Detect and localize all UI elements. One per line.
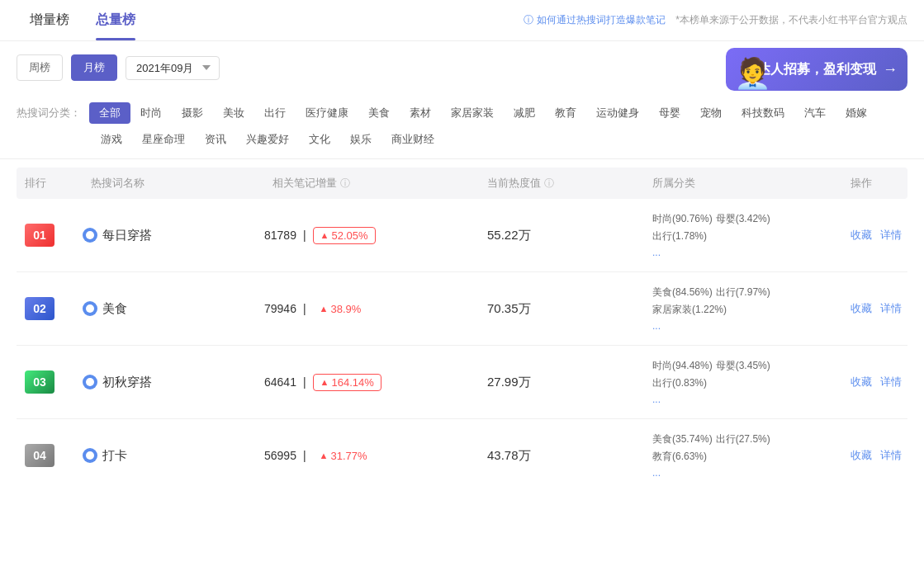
cat-diet[interactable]: 减肥 xyxy=(504,102,545,124)
banner-figure: 🧑‍💼 xyxy=(734,56,771,91)
top-nav: 增量榜 总量榜 ⓘ 如何通过热搜词打造爆款笔记 *本榜单来源于公开数据，不代表小… xyxy=(0,0,924,41)
cat-pet[interactable]: 宠物 xyxy=(690,102,732,124)
collect-btn-4[interactable]: 收藏 xyxy=(851,448,872,463)
cat-edu[interactable]: 教育 xyxy=(545,102,586,124)
rank-cell-3: 03 xyxy=(17,370,83,394)
detail-btn-3[interactable]: 详情 xyxy=(880,375,902,389)
heat-cell-3: 27.99万 xyxy=(479,375,644,390)
cat-health[interactable]: 医疗健康 xyxy=(296,102,358,124)
rank-cell-1: 01 xyxy=(17,224,83,247)
detail-btn-1[interactable]: 详情 xyxy=(880,228,902,243)
col-heat: 当前热度值 ⓘ xyxy=(479,176,644,191)
cat-tag: 母婴(3.45%) xyxy=(716,359,770,373)
cat-tag: 母婴(3.42%) xyxy=(716,212,770,226)
keyword-icon-4 xyxy=(83,448,97,463)
growth-info-icon: ⓘ xyxy=(340,177,350,191)
cat-material[interactable]: 素材 xyxy=(400,102,441,124)
cat-culture[interactable]: 文化 xyxy=(299,129,340,150)
keyword-cell-3: 初秋穿搭 xyxy=(83,375,264,390)
cat-tag: 出行(7.97%) xyxy=(716,286,770,300)
keyword-text-4[interactable]: 打卡 xyxy=(102,448,127,464)
cat-tag: 出行(1.78%) xyxy=(652,229,834,243)
cat-baby[interactable]: 母婴 xyxy=(649,102,690,124)
cat-tag: 美食(84.56%) xyxy=(652,286,713,300)
category-tags-3: 时尚(94.48%) 母婴(3.45%) 出行(0.83%) ... xyxy=(644,359,842,405)
cat-wedding[interactable]: 婚嫁 xyxy=(836,102,877,124)
svg-point-3 xyxy=(86,451,94,460)
keyword-cell-4: 打卡 xyxy=(83,448,264,464)
cat-beauty[interactable]: 美妆 xyxy=(213,102,254,124)
growth-num-1: 81789 xyxy=(264,229,296,242)
disclaimer-text: *本榜单来源于公开数据，不代表小红书平台官方观点 xyxy=(675,13,907,27)
keyword-text-1[interactable]: 每日穿搭 xyxy=(102,228,152,243)
cat-astro[interactable]: 星座命理 xyxy=(132,129,195,150)
cat-news[interactable]: 资讯 xyxy=(195,129,236,150)
growth-cell-1: 81789 | ▲ 52.05% xyxy=(264,227,479,244)
cat-photography[interactable]: 摄影 xyxy=(172,102,213,124)
cat-tag-more[interactable]: ... xyxy=(652,467,661,479)
svg-point-2 xyxy=(86,378,94,386)
collect-btn-1[interactable]: 收藏 xyxy=(851,228,872,243)
help-link[interactable]: ⓘ 如何通过热搜词打造爆款笔记 xyxy=(524,13,666,27)
cat-hobby[interactable]: 兴趣爱好 xyxy=(236,129,299,150)
table-wrap: 排行 热搜词名称 相关笔记增量 ⓘ 当前热度值 ⓘ 所属分类 操作 01 每日穿… xyxy=(0,168,924,492)
growth-cell-2: 79946 | ▲ 38.9% xyxy=(264,301,479,317)
keyword-cell-2: 美食 xyxy=(83,301,264,317)
collect-btn-3[interactable]: 收藏 xyxy=(851,375,872,389)
growth-cell-3: 64641 | ▲ 164.14% xyxy=(264,374,479,391)
tab-total[interactable]: 总量榜 xyxy=(83,0,149,40)
rank-badge-3: 03 xyxy=(25,370,54,394)
collect-btn-2[interactable]: 收藏 xyxy=(851,301,872,316)
cat-tag-more[interactable]: ... xyxy=(652,320,661,332)
category-tags-1: 时尚(90.76%) 母婴(3.42%) 出行(1.78%) ... xyxy=(644,212,842,258)
cat-tech[interactable]: 科技数码 xyxy=(732,102,794,124)
cat-tag-more[interactable]: ... xyxy=(652,247,661,258)
col-keyword: 热搜词名称 xyxy=(83,176,264,191)
table-row: 04 打卡 56995 | ▲ 31.77% 43.78万 美食(35.74%)… xyxy=(17,419,907,492)
cat-travel[interactable]: 出行 xyxy=(254,102,296,124)
cat-home[interactable]: 家居家装 xyxy=(441,102,504,124)
heat-cell-4: 43.78万 xyxy=(479,448,644,464)
cat-tag: 时尚(90.76%) xyxy=(652,212,713,226)
category-tags-4: 美食(35.74%) 出行(27.5%) 教育(6.63%) ... xyxy=(644,432,842,479)
tab-list: 增量榜 总量榜 xyxy=(17,0,149,40)
table-row: 02 美食 79946 | ▲ 38.9% 70.35万 美食(84.56%) … xyxy=(17,272,907,346)
cat-fitness[interactable]: 运动健身 xyxy=(586,102,649,124)
detail-btn-2[interactable]: 详情 xyxy=(880,301,902,316)
cat-entertainment[interactable]: 娱乐 xyxy=(340,129,381,150)
cat-tag: 时尚(94.48%) xyxy=(652,359,713,373)
cat-finance[interactable]: 商业财经 xyxy=(381,129,444,150)
cat-tag-more[interactable]: ... xyxy=(652,394,661,405)
tab-growth[interactable]: 增量榜 xyxy=(17,0,83,40)
detail-btn-4[interactable]: 详情 xyxy=(880,448,902,463)
col-growth: 相关笔记增量 ⓘ xyxy=(264,176,479,191)
table-row: 01 每日穿搭 81789 | ▲ 52.05% 55.22万 时尚(90.76… xyxy=(17,199,907,272)
keyword-icon-3 xyxy=(83,375,97,389)
date-select[interactable]: 2021年09月 2021年08月 2021年07月 xyxy=(126,56,220,80)
filter-bar: 周榜 月榜 2021年09月 2021年08月 2021年07月 🧑‍💼 达人招… xyxy=(0,41,924,94)
category-label: 热搜词分类： xyxy=(17,106,81,120)
cat-tag: 教育(6.63%) xyxy=(652,450,834,464)
rank-cell-2: 02 xyxy=(17,297,83,320)
cat-fashion[interactable]: 时尚 xyxy=(130,102,172,124)
col-rank: 排行 xyxy=(17,176,83,191)
rank-cell-4: 04 xyxy=(17,444,83,467)
month-btn[interactable]: 月榜 xyxy=(71,54,117,81)
svg-point-1 xyxy=(86,304,94,313)
banner[interactable]: 🧑‍💼 达人招募，盈利变现 → xyxy=(726,48,907,91)
cat-food[interactable]: 美食 xyxy=(358,102,400,124)
keyword-text-2[interactable]: 美食 xyxy=(102,301,127,317)
cat-game[interactable]: 游戏 xyxy=(91,129,132,150)
keyword-text-3[interactable]: 初秋穿搭 xyxy=(102,375,152,390)
category-row-1: 热搜词分类： 全部 时尚 摄影 美妆 出行 医疗健康 美食 素材 家居家装 减肥… xyxy=(17,102,907,124)
cat-car[interactable]: 汽车 xyxy=(794,102,836,124)
week-btn[interactable]: 周榜 xyxy=(17,54,63,81)
up-arrow-1: ▲ xyxy=(320,230,329,240)
keyword-cell-1: 每日穿搭 xyxy=(83,228,264,243)
banner-arrow: → xyxy=(883,61,898,78)
cat-tag: 出行(0.83%) xyxy=(652,376,834,390)
rank-badge-2: 02 xyxy=(25,297,54,320)
growth-badge-4: ▲ 31.77% xyxy=(313,448,374,464)
heat-info-icon: ⓘ xyxy=(544,177,554,191)
cat-all[interactable]: 全部 xyxy=(89,102,130,124)
